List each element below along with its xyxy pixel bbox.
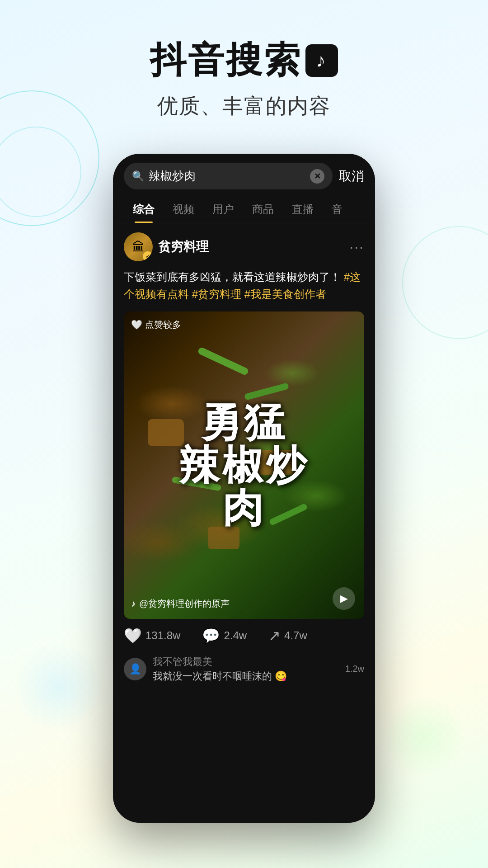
more-options-button[interactable]: ···: [349, 239, 364, 255]
phone-screen: 🔍 辣椒炒肉 ✕ 取消 综合 视频 用户 商品: [113, 154, 375, 823]
tab-audio[interactable]: 音: [323, 196, 352, 223]
app-title: 抖音搜索 ♪: [150, 36, 338, 85]
heart-icon: 🤍: [124, 627, 142, 644]
video-title-text: 勇猛辣椒炒肉: [179, 401, 309, 529]
tab-video[interactable]: 视频: [164, 196, 203, 223]
bg-decoration-dot-1: [384, 696, 465, 778]
video-text-container: 勇猛辣椒炒肉: [124, 311, 364, 619]
search-icon: 🔍: [132, 170, 144, 182]
app-title-text: 抖音搜索: [150, 36, 302, 85]
search-bar: 🔍 辣椒炒肉 ✕ 取消: [113, 154, 375, 196]
search-clear-button[interactable]: ✕: [310, 169, 324, 184]
verified-badge: ✓: [143, 251, 153, 261]
tab-comprehensive[interactable]: 综合: [124, 196, 164, 223]
share-icon: ↗: [268, 627, 281, 644]
tiktok-small-icon: ♪: [131, 599, 136, 609]
comment-text: 我就没一次看时不咽唾沫的 😋: [153, 670, 287, 683]
post-header: 🏛 ✓ 贫穷料理 ···: [124, 232, 364, 261]
play-button[interactable]: ▶: [333, 587, 355, 610]
hashtag-2[interactable]: #贫穷料理: [192, 288, 241, 300]
search-query: 辣椒炒肉: [149, 168, 305, 184]
header: 抖音搜索 ♪ 优质、丰富的内容: [0, 0, 488, 138]
commenter-name: 我不管我最美: [153, 655, 287, 669]
post-text: 下饭菜到底有多凶猛，就看这道辣椒炒肉了！ #这个视频有点料 #贫穷料理 #我是美…: [124, 269, 364, 303]
tiktok-logo-symbol: ♪: [316, 50, 328, 71]
comment-likes: 1.2w: [345, 664, 364, 674]
bg-decoration-dot-2: [14, 642, 104, 732]
hashtag-3[interactable]: #我是美食创作者: [244, 288, 326, 300]
app-subtitle: 优质、丰富的内容: [0, 92, 488, 120]
comment-count: 2.4w: [224, 629, 247, 642]
author-avatar: 🏛 ✓: [124, 232, 153, 261]
audio-text: @贫穷料理创作的原声: [139, 598, 230, 610]
author-name: 贫穷料理: [158, 238, 209, 255]
interaction-bar: 🤍 131.8w 💬 2.4w ↗ 4.7w: [124, 619, 364, 651]
heart-icon: 🤍: [131, 319, 142, 330]
tiktok-logo: ♪: [305, 44, 338, 77]
search-tabs: 综合 视频 用户 商品 直播 音: [113, 196, 375, 223]
like-count: 131.8w: [145, 629, 180, 642]
tab-user[interactable]: 用户: [203, 196, 243, 223]
bg-decoration-circle-3: [402, 226, 488, 339]
comment-button[interactable]: 💬 2.4w: [202, 627, 247, 644]
search-cancel-button[interactable]: 取消: [339, 168, 364, 185]
video-popular-tag: 🤍 点赞较多: [131, 319, 181, 331]
tab-product[interactable]: 商品: [243, 196, 283, 223]
share-count: 4.7w: [284, 629, 307, 642]
comment-content: 我不管我最美 我就没一次看时不咽唾沫的 😋: [153, 655, 287, 683]
share-button[interactable]: ↗ 4.7w: [268, 627, 307, 644]
audio-info[interactable]: ♪ @贫穷料理创作的原声: [131, 598, 230, 610]
post-author[interactable]: 🏛 ✓ 贫穷料理: [124, 232, 209, 261]
search-results: 🏛 ✓ 贫穷料理 ··· 下饭菜到底有多凶猛，就看这道辣椒炒肉了！ #这个视频有…: [113, 223, 375, 692]
comment-icon: 💬: [202, 627, 220, 644]
search-input-wrapper[interactable]: 🔍 辣椒炒肉 ✕: [124, 163, 333, 189]
video-thumbnail[interactable]: 勇猛辣椒炒肉 🤍 点赞较多 ♪ @贫穷料理创作的原声: [124, 311, 364, 619]
video-background: 勇猛辣椒炒肉 🤍 点赞较多 ♪ @贫穷料理创作的原声: [124, 311, 364, 619]
tag-label: 点赞较多: [145, 319, 181, 331]
like-button[interactable]: 🤍 131.8w: [124, 627, 180, 644]
comment-preview: 👤 我不管我最美 我就没一次看时不咽唾沫的 😋 1.2w: [124, 651, 364, 683]
commenter-avatar: 👤: [124, 658, 146, 680]
tab-live[interactable]: 直播: [283, 196, 323, 223]
phone-mockup: 🔍 辣椒炒肉 ✕ 取消 综合 视频 用户 商品: [113, 154, 375, 823]
post-main-text: 下饭菜到底有多凶猛，就看这道辣椒炒肉了！: [124, 271, 341, 283]
phone-frame: 🔍 辣椒炒肉 ✕ 取消 综合 视频 用户 商品: [113, 154, 375, 823]
